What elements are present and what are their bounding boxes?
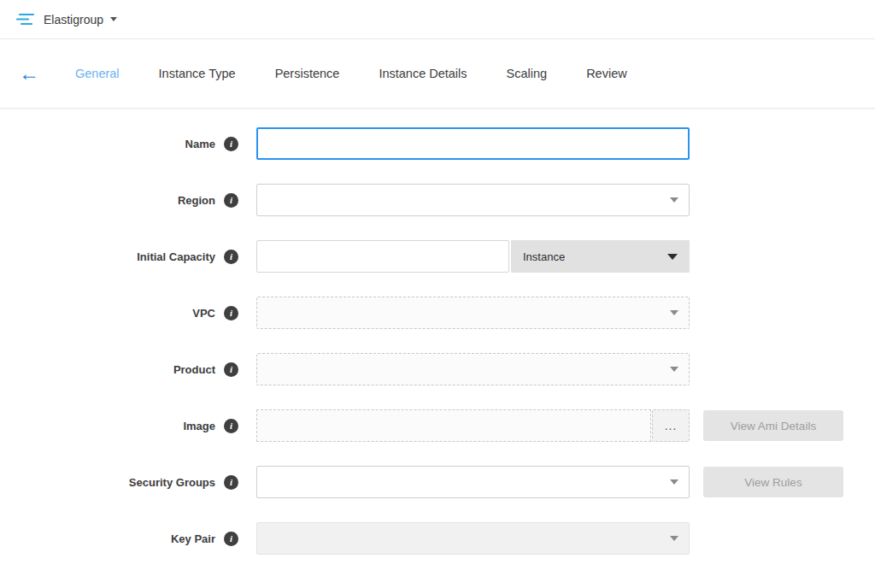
vpc-label: VPC — [192, 307, 215, 320]
vpc-select[interactable] — [256, 297, 690, 329]
chevron-down-icon — [670, 310, 678, 315]
initial-capacity-row: Initial Capacity i Instance — [0, 240, 875, 273]
image-info-icon[interactable]: i — [224, 419, 238, 433]
initial-capacity-input[interactable] — [256, 240, 509, 273]
region-select[interactable] — [256, 184, 690, 216]
product-row: Product i — [0, 353, 875, 385]
tab-review[interactable]: Review — [586, 67, 627, 80]
tab-instance-details[interactable]: Instance Details — [379, 67, 467, 80]
image-browse-button[interactable]: ... — [652, 409, 690, 442]
security-groups-label: Security Groups — [129, 476, 215, 489]
chevron-down-icon — [670, 536, 678, 541]
chevron-down-icon — [667, 254, 678, 260]
security-groups-row: Security Groups i View Rules — [0, 466, 875, 498]
app-title: Elastigroup — [44, 13, 103, 26]
wizard-tabs: General Instance Type Persistence Instan… — [75, 67, 627, 80]
name-row: Name i — [0, 127, 875, 160]
tab-general[interactable]: General — [75, 67, 120, 80]
name-input[interactable] — [256, 127, 690, 160]
product-label: Product — [173, 363, 215, 376]
tab-instance-type[interactable]: Instance Type — [159, 67, 236, 80]
name-label: Name — [185, 138, 215, 150]
initial-capacity-info-icon[interactable]: i — [224, 250, 238, 264]
capacity-unit-value: Instance — [523, 250, 565, 263]
back-arrow-icon[interactable]: ← — [19, 63, 39, 84]
security-groups-select[interactable] — [256, 466, 690, 498]
vpc-info-icon[interactable]: i — [224, 306, 238, 320]
region-row: Region i — [0, 184, 875, 216]
chevron-down-icon — [670, 197, 678, 203]
capacity-unit-select[interactable]: Instance — [511, 240, 690, 273]
elastigroup-logo-icon — [15, 11, 36, 28]
general-settings-form: Name i Region i Initial Capacity i Insta… — [0, 109, 875, 555]
tab-scaling[interactable]: Scaling — [507, 67, 548, 80]
view-ami-details-button[interactable]: View Ami Details — [703, 410, 843, 441]
security-groups-info-icon[interactable]: i — [224, 475, 238, 490]
image-input[interactable] — [256, 409, 651, 442]
app-header: Elastigroup — [0, 0, 875, 39]
app-switcher-caret-icon[interactable] — [110, 17, 117, 21]
key-pair-label: Key Pair — [171, 532, 215, 545]
key-pair-info-icon[interactable]: i — [224, 532, 238, 546]
wizard-tabbar: ← General Instance Type Persistence Inst… — [0, 39, 875, 109]
chevron-down-icon — [670, 367, 678, 372]
region-info-icon[interactable]: i — [224, 193, 238, 208]
name-info-icon[interactable]: i — [224, 137, 238, 151]
key-pair-row: Key Pair i — [0, 522, 875, 555]
product-info-icon[interactable]: i — [224, 362, 238, 377]
chevron-down-icon — [670, 479, 678, 485]
image-label: Image — [183, 420, 215, 432]
product-select[interactable] — [256, 353, 690, 385]
view-rules-button[interactable]: View Rules — [703, 467, 843, 497]
image-row: Image i ... View Ami Details — [0, 409, 875, 442]
key-pair-select[interactable] — [256, 522, 690, 555]
region-label: Region — [178, 194, 215, 207]
tab-persistence[interactable]: Persistence — [275, 67, 340, 80]
vpc-row: VPC i — [0, 297, 875, 329]
initial-capacity-label: Initial Capacity — [137, 250, 215, 263]
